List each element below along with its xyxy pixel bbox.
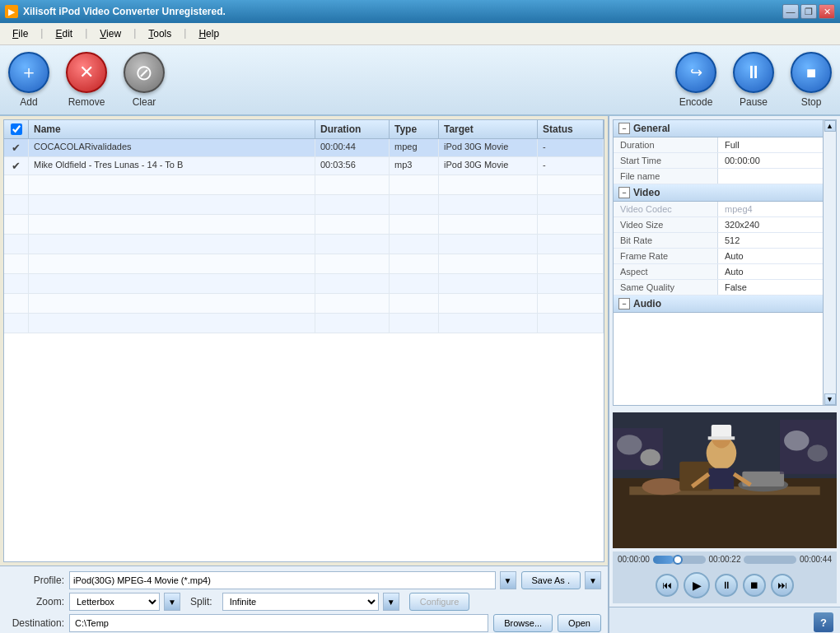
play-button[interactable]: ▶ <box>684 572 710 598</box>
toolbar: ＋ Add ✕ Remove ⊘ Clear ↪ Encode ⏸ Pause … <box>0 45 840 116</box>
zoom-dropdown-arrow[interactable]: ▼ <box>164 593 180 611</box>
remove-label: Remove <box>68 96 105 108</box>
file-table: Name Duration Type Target Status ✔ COCAC… <box>3 119 604 562</box>
clear-button[interactable]: ⊘ Clear <box>124 52 165 108</box>
close-button[interactable]: ✕ <box>819 4 835 19</box>
row-check: ✔ <box>4 139 29 156</box>
col-type: Type <box>390 120 439 138</box>
prop-row-same-quality: Same Quality False <box>614 280 823 296</box>
app-icon: ▶ <box>5 5 18 18</box>
profile-row: Profile: iPod(30G) MPEG-4 Movie (*.mp4) … <box>7 571 601 589</box>
general-title: General <box>633 123 670 134</box>
window-controls: — ❐ ✕ <box>782 4 835 19</box>
split-label: Split: <box>190 596 212 607</box>
left-panel: Name Duration Type Target Status ✔ COCAC… <box>0 116 609 633</box>
scroll-down-btn[interactable]: ▼ <box>824 393 836 405</box>
split-dropdown-arrow[interactable]: ▼ <box>383 593 399 611</box>
menu-bar: File | Edit | View | Tools | Help <box>0 23 840 45</box>
scroll-up-btn[interactable]: ▲ <box>824 120 836 132</box>
table-body: ✔ COCACOLARivalidades 00:00:44 mpeg iPod… <box>4 139 604 403</box>
timeline-thumb[interactable] <box>673 555 683 565</box>
table-row-empty <box>4 215 604 235</box>
table-row[interactable]: ✔ COCACOLARivalidades 00:00:44 mpeg iPod… <box>4 139 604 157</box>
remove-icon: ✕ <box>66 52 107 93</box>
table-row-empty <box>4 274 604 294</box>
menu-edit[interactable]: Edit <box>46 25 82 43</box>
prop-value-codec: mpeg4 <box>718 202 823 216</box>
split-select[interactable]: Infinite 700MB 1GB <box>222 593 379 611</box>
encode-button[interactable]: ↪ Encode <box>675 52 716 108</box>
save-as-arrow[interactable]: ▼ <box>585 571 601 589</box>
row-target: iPod 30G Movie <box>439 157 538 175</box>
zoom-select[interactable]: Letterbox Pan&Scan Full Screen <box>69 593 160 611</box>
profile-label: Profile: <box>7 575 64 586</box>
audio-title: Audio <box>633 298 661 310</box>
destination-row: Destination: Browse... Open <box>7 614 601 632</box>
prop-row-start-time: Start Time 00:00:00 <box>614 153 823 169</box>
menu-view[interactable]: View <box>91 25 130 43</box>
profile-dropdown-arrow[interactable]: ▼ <box>500 571 516 589</box>
timeline-bar[interactable] <box>653 556 706 564</box>
prop-value-video-size: 320x240 <box>718 217 823 232</box>
pause-button[interactable]: ⏸ Pause <box>733 52 774 108</box>
help-button[interactable]: ? <box>814 612 833 632</box>
properties-scrollbar[interactable]: ▲ ▼ <box>823 120 836 405</box>
menu-help[interactable]: Help <box>189 25 228 43</box>
col-check <box>4 120 29 138</box>
prop-value-start-time: 00:00:00 <box>718 153 823 168</box>
col-name: Name <box>29 120 315 138</box>
table-row-empty <box>4 195 604 215</box>
svg-rect-12 <box>708 436 735 440</box>
col-target: Target <box>439 120 538 138</box>
destination-input[interactable] <box>69 614 488 632</box>
prop-row-duration: Duration Full <box>614 137 823 153</box>
prop-label-codec: Video Codec <box>614 202 718 216</box>
playback-controls: ⏮ ▶ ⏸ ⏹ ⏭ <box>613 567 837 603</box>
table-row[interactable]: ✔ Mike Oldfield - Tres Lunas - 14 - To B… <box>4 157 604 175</box>
open-button[interactable]: Open <box>558 614 601 632</box>
prop-label-video-size: Video Size <box>614 217 718 232</box>
pause-icon: ⏸ <box>733 52 774 93</box>
prop-row-bitrate: Bit Rate 512 <box>614 233 823 249</box>
save-as-button[interactable]: Save As . <box>521 571 581 589</box>
col-duration: Duration <box>315 120 390 138</box>
time-mid: 00:00:22 <box>709 555 741 564</box>
profile-select[interactable]: iPod(30G) MPEG-4 Movie (*.mp4) <box>69 571 496 589</box>
video-rows: Video Codec mpeg4 Video Size 320x240 Bit… <box>614 202 823 296</box>
restore-button[interactable]: ❐ <box>800 4 817 19</box>
browse-button[interactable]: Browse... <box>493 614 553 632</box>
menu-sep-1: | <box>39 25 44 43</box>
row-duration: 00:00:44 <box>315 139 390 156</box>
video-collapse-btn[interactable]: − <box>618 187 630 198</box>
add-button[interactable]: ＋ Add <box>8 52 49 108</box>
menu-sep-2: | <box>83 25 89 43</box>
menu-file[interactable]: File <box>3 25 37 43</box>
configure-button[interactable]: Configure <box>409 593 470 611</box>
timeline-bar-2[interactable] <box>744 556 796 564</box>
minimize-button[interactable]: — <box>782 4 799 19</box>
prop-row-video-size: Video Size 320x240 <box>614 217 823 233</box>
prop-row-aspect: Aspect Auto <box>614 264 823 280</box>
select-all-checkbox[interactable] <box>11 123 22 135</box>
rewind-button[interactable]: ⏮ <box>656 574 679 597</box>
prop-label-duration: Duration <box>614 137 718 152</box>
svg-point-19 <box>784 431 809 450</box>
audio-collapse-btn[interactable]: − <box>618 298 630 310</box>
general-collapse-btn[interactable]: − <box>618 123 630 134</box>
right-panel: − General Duration Full Start Time 00:00… <box>609 116 840 633</box>
row-status: - <box>538 139 604 156</box>
stop-icon: ■ <box>791 52 832 93</box>
menu-tools[interactable]: Tools <box>139 25 180 43</box>
time-end: 00:00:44 <box>800 555 832 564</box>
table-row-empty <box>4 175 604 195</box>
stop-button[interactable]: ■ Stop <box>791 52 832 108</box>
prop-label-filename: File name <box>614 169 718 184</box>
fast-forward-button[interactable]: ⏭ <box>771 574 794 597</box>
prop-value-framerate: Auto <box>718 249 823 263</box>
stop-button[interactable]: ⏹ <box>743 574 766 597</box>
prop-label-aspect: Aspect <box>614 264 718 279</box>
pause-button[interactable]: ⏸ <box>715 574 738 597</box>
remove-button[interactable]: ✕ Remove <box>66 52 107 108</box>
pause-label: Pause <box>740 96 768 108</box>
zoom-label: Zoom: <box>7 596 64 607</box>
